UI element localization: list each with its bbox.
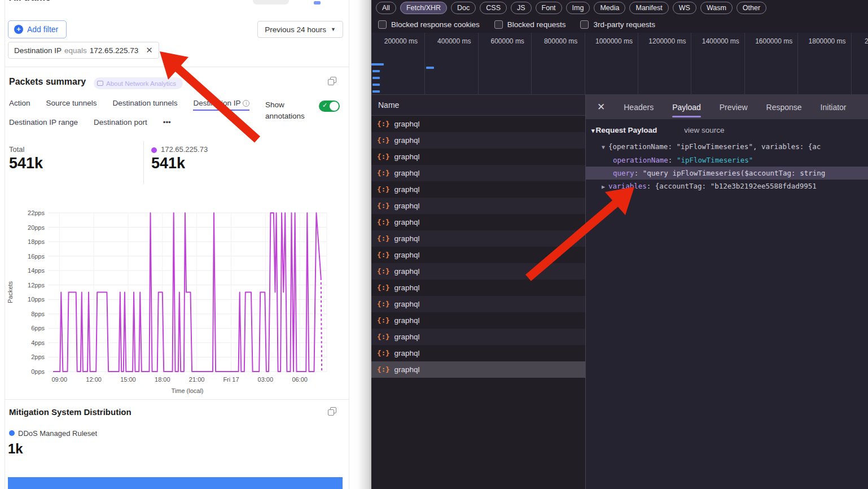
filter-pill-css[interactable]: CSS <box>480 2 507 14</box>
payload-line[interactable]: ▼{operationName: "ipFlowTimeseries", var… <box>586 140 868 154</box>
checkbox-blocked-response-cookies[interactable]: Blocked response cookies <box>378 20 480 29</box>
network-row-graphql[interactable]: {∶}graphql <box>371 116 585 132</box>
request-filter-pills: AllFetch/XHRDocCSSJSFontImgMediaManifest… <box>376 1 766 15</box>
checkbox-icon[interactable] <box>378 20 387 29</box>
view-source-link[interactable]: view source <box>684 126 724 134</box>
request-name: graphql <box>394 136 420 145</box>
show-annotations-toggle[interactable]: ✓ <box>319 101 340 112</box>
expand-arrow-icon[interactable]: ▶ <box>602 184 605 190</box>
show-annotations-label: Show annotations <box>265 99 315 122</box>
y-tick-label: 8pps <box>31 311 45 317</box>
json-file-icon: {∶} <box>377 169 390 177</box>
tab-destination-tunnels[interactable]: Destination tunnels <box>113 99 178 111</box>
close-icon[interactable]: ✕ <box>597 101 605 113</box>
request-name: graphql <box>394 202 420 210</box>
filter-pill-font[interactable]: Font <box>536 2 562 14</box>
copy-panel-icon[interactable] <box>328 77 336 85</box>
timeline-gridline <box>851 33 852 94</box>
network-row-graphql[interactable]: {∶}graphql <box>371 345 585 361</box>
checkbox-icon[interactable] <box>580 20 589 29</box>
filter-pill-fetch-xhr[interactable]: Fetch/XHR <box>400 2 447 14</box>
history-clock-icon <box>186 75 194 82</box>
checkbox-blocked-requests[interactable]: Blocked requests <box>494 20 566 29</box>
network-row-graphql[interactable]: {∶}graphql <box>371 214 585 230</box>
stat-divider <box>143 141 144 184</box>
tab-action[interactable]: Action <box>9 99 30 111</box>
remove-filter-icon[interactable]: ✕ <box>146 45 153 55</box>
request-name: graphql <box>394 218 420 226</box>
filter-pill-manifest[interactable]: Manifest <box>629 2 668 14</box>
checkbox-label: Blocked response cookies <box>391 20 480 29</box>
request-name: graphql <box>394 120 420 128</box>
copy-panel-icon[interactable] <box>328 407 336 415</box>
network-row-graphql[interactable]: {∶}graphql <box>371 312 585 329</box>
json-file-icon: {∶} <box>377 120 390 128</box>
analytics-panel: All traffic + Add filter Previous 24 hou… <box>0 0 371 489</box>
timeline-tick-label: 1000000 ms <box>595 37 633 45</box>
filter-pill-ws[interactable]: WS <box>673 2 696 14</box>
filter-pill-all[interactable]: All <box>376 2 396 14</box>
timeline-tick-label-partial: 2 <box>865 37 868 45</box>
network-row-graphql[interactable]: {∶}graphql <box>371 230 585 247</box>
network-row-graphql[interactable]: {∶}graphql <box>371 165 585 181</box>
checkbox-icon[interactable] <box>494 20 503 29</box>
details-tab-headers[interactable]: Headers <box>624 95 654 119</box>
clipped-toolbar-pill <box>253 0 289 5</box>
network-row-graphql[interactable]: {∶}graphql <box>371 247 585 263</box>
payload-token-string: "ipFlowTimeseries" <box>677 156 753 164</box>
y-axis-label: Packets <box>7 281 14 303</box>
y-tick-label: 18pps <box>28 238 45 245</box>
payload-token-plain: : <box>647 182 655 190</box>
json-file-icon: {∶} <box>377 202 390 210</box>
request-payload-title[interactable]: Request Payload <box>591 126 657 134</box>
checkbox-3rd-party-requests[interactable]: 3rd-party requests <box>580 20 655 29</box>
y-tick-label: 0pps <box>31 368 45 375</box>
network-row-graphql[interactable]: {∶}graphql <box>371 181 585 198</box>
filter-pill-other[interactable]: Other <box>737 2 766 14</box>
timeline-gridline <box>585 33 585 94</box>
payload-token-plain: {accountTag: "b12e3b2192ee5588fdad9951 <box>655 182 817 190</box>
network-overview-timeline[interactable]: 200000 ms400000 ms600000 ms800000 ms1000… <box>371 33 868 95</box>
payload-line[interactable]: operationName: "ipFlowTimeseries" <box>586 154 868 167</box>
stat-ip-label: 172.65.225.73 <box>161 145 208 154</box>
tab--[interactable]: ••• <box>163 118 171 126</box>
tab-destination-ip[interactable]: Destination IPi <box>193 99 249 111</box>
filter-pill-media[interactable]: Media <box>594 2 625 14</box>
name-column-header[interactable]: Name <box>371 95 585 116</box>
details-tab-preview[interactable]: Preview <box>720 95 748 119</box>
filter-pill-img[interactable]: Img <box>566 2 590 14</box>
filter-pill-js[interactable]: JS <box>511 2 532 14</box>
details-tab-initiator[interactable]: Initiator <box>821 95 847 119</box>
tab-destination-ip-range[interactable]: Destination IP range <box>9 118 78 126</box>
about-network-analytics-badge[interactable]: About Network Analytics <box>94 77 183 89</box>
add-filter-button[interactable]: + Add filter <box>8 20 67 38</box>
filter-chip[interactable]: Destination IP equals 172.65.225.73 ✕ <box>8 42 159 59</box>
network-row-graphql[interactable]: {∶}graphql <box>371 132 585 149</box>
mitigation-bar <box>8 477 343 489</box>
payload-line[interactable]: ▶variables: {accountTag: "b12e3b2192ee55… <box>586 180 868 193</box>
json-file-icon: {∶} <box>377 365 390 374</box>
request-name: graphql <box>394 152 420 161</box>
network-row-graphql[interactable]: {∶}graphql <box>371 329 585 345</box>
details-tab-payload[interactable]: Payload <box>672 95 701 119</box>
json-file-icon: {∶} <box>377 316 390 325</box>
network-row-graphql[interactable]: {∶}graphql <box>371 361 585 378</box>
tab-source-tunnels[interactable]: Source tunnels <box>46 99 97 111</box>
collapse-arrow-icon[interactable]: ▼ <box>602 144 605 150</box>
y-tick-label: 2pps <box>31 353 45 360</box>
network-row-graphql[interactable]: {∶}graphql <box>371 280 585 296</box>
mitigation-value: 1k <box>8 441 23 457</box>
details-tab-response[interactable]: Response <box>766 95 802 119</box>
filter-pill-wasm[interactable]: Wasm <box>700 2 733 14</box>
network-row-graphql[interactable]: {∶}graphql <box>371 198 585 214</box>
json-file-icon: {∶} <box>377 185 390 194</box>
mitigation-legend-label: DDoS Managed Ruleset <box>18 429 97 438</box>
payload-line[interactable]: query: "query ipFlowTimeseries($accountT… <box>586 167 868 180</box>
filter-pill-doc[interactable]: Doc <box>451 2 476 14</box>
network-row-graphql[interactable]: {∶}graphql <box>371 263 585 280</box>
network-row-graphql[interactable]: {∶}graphql <box>371 149 585 165</box>
request-name: graphql <box>394 316 420 325</box>
network-row-graphql[interactable]: {∶}graphql <box>371 296 585 312</box>
time-range-dropdown[interactable]: Previous 24 hours ▼ <box>257 21 343 38</box>
tab-destination-port[interactable]: Destination port <box>94 118 147 126</box>
